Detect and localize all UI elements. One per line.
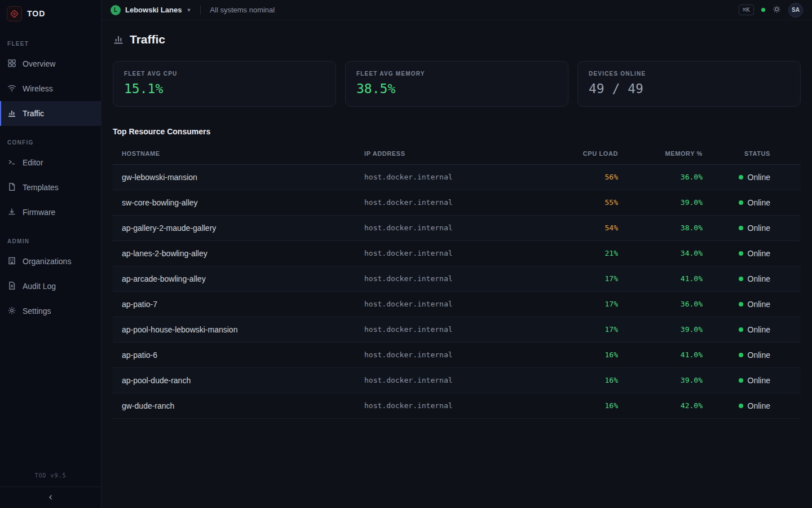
theme-toggle-button[interactable] [773, 5, 781, 15]
sidebar-item-label: Settings [23, 306, 51, 316]
memory-cell: 38.0% [620, 215, 705, 240]
table-row[interactable]: sw-core-bowling-alley host.docker.intern… [113, 190, 801, 215]
sidebar-item-settings[interactable]: Settings [0, 299, 101, 323]
stat-label: FLEET AVG MEMORY [356, 71, 557, 77]
stat-value: 38.5% [356, 81, 557, 96]
brand: TOD [0, 0, 101, 27]
status-label: Online [748, 198, 770, 207]
table-row[interactable]: ap-gallery-2-maude-gallery host.docker.i… [113, 215, 801, 240]
status-cell: Online [705, 215, 801, 240]
online-status-dot [739, 277, 743, 281]
sidebar-item-organizations[interactable]: Organizations [0, 249, 101, 274]
online-status-dot [739, 378, 743, 383]
table-row[interactable]: ap-patio-6 host.docker.internal 16% 41.0… [113, 342, 801, 367]
ip-address-cell: host.docker.internal [355, 190, 539, 215]
status-label: Online [748, 274, 770, 283]
wifi-icon [7, 84, 16, 94]
hostname-cell: ap-patio-7 [113, 291, 355, 317]
status-label: Online [748, 249, 770, 258]
ip-address-cell: host.docker.internal [355, 266, 539, 291]
app-title: TOD [27, 9, 45, 18]
cpu-load-cell: 16% [539, 393, 620, 418]
memory-cell: 41.0% [620, 342, 705, 367]
status-cell: Online [705, 164, 801, 190]
hostname-cell: ap-pool-house-lebowski-mansion [113, 317, 355, 342]
status-cell: Online [705, 266, 801, 291]
hostname-cell: sw-core-bowling-alley [113, 190, 355, 215]
sidebar-item-editor[interactable]: Editor [0, 150, 101, 175]
chevron-down-icon: ▼ [186, 7, 191, 13]
hostname-cell: ap-arcade-bowling-alley [113, 266, 355, 291]
building-icon [7, 256, 16, 267]
sidebar-collapse-button[interactable] [0, 487, 101, 508]
online-status-dot [739, 327, 743, 332]
online-status-dot [739, 404, 743, 408]
table-row[interactable]: gw-lebowski-mansion host.docker.internal… [113, 164, 801, 190]
ip-address-cell: host.docker.internal [355, 393, 539, 418]
online-status-dot [739, 226, 743, 230]
sidebar-item-label: Templates [23, 183, 59, 192]
cpu-load-cell: 17% [539, 317, 620, 342]
stats-row: FLEET AVG CPU 15.1% FLEET AVG MEMORY 38.… [113, 61, 801, 107]
chevron-left-icon [47, 493, 54, 502]
cpu-load-cell: 55% [539, 190, 620, 215]
sidebar-item-audit-log[interactable]: Audit Log [0, 274, 101, 299]
col-ip-address: IP ADDRESS [355, 143, 539, 164]
online-status-dot [739, 251, 743, 256]
hostname-cell: ap-pool-dude-ranch [113, 367, 355, 393]
col-hostname: HOSTNAME [113, 143, 355, 164]
user-avatar[interactable]: SA [788, 3, 803, 17]
online-status-dot [739, 200, 743, 205]
sidebar-item-traffic[interactable]: Traffic [0, 101, 101, 126]
status-cell: Online [705, 367, 801, 393]
ip-address-cell: host.docker.internal [355, 240, 539, 266]
col-status: STATUS [705, 143, 801, 164]
status-label: Online [748, 300, 770, 309]
sidebar-item-label: Traffic [23, 109, 44, 118]
connection-status-dot [761, 8, 765, 12]
topbar: L Lebowski Lanes ▼ All systems nominal ⌘… [102, 0, 812, 20]
online-status-dot [739, 175, 743, 179]
hostname-cell: gw-dude-ranch [113, 393, 355, 418]
sidebar-item-label: Organizations [23, 257, 71, 266]
grid-icon [7, 59, 16, 69]
table-body: gw-lebowski-mansion host.docker.internal… [113, 164, 801, 418]
table-row[interactable]: ap-patio-7 host.docker.internal 17% 36.0… [113, 291, 801, 317]
sidebar-item-overview[interactable]: Overview [0, 51, 101, 76]
memory-cell: 36.0% [620, 164, 705, 190]
sidebar-item-wireless[interactable]: Wireless [0, 76, 101, 101]
status-cell: Online [705, 291, 801, 317]
nav-section-fleet: FLEET [0, 37, 101, 51]
table-title: Top Resource Consumers [113, 127, 801, 136]
top-resource-consumers-table: HOSTNAME IP ADDRESS CPU LOAD MEMORY % ST… [113, 143, 801, 419]
status-cell: Online [705, 190, 801, 215]
table-row[interactable]: gw-dude-ranch host.docker.internal 16% 4… [113, 393, 801, 418]
table-row[interactable]: ap-pool-dude-ranch host.docker.internal … [113, 367, 801, 393]
col-memory: MEMORY % [620, 143, 705, 164]
stat-card-devices-online: DEVICES ONLINE 49 / 49 [577, 61, 801, 107]
status-label: Online [748, 325, 770, 334]
cpu-load-cell: 16% [539, 342, 620, 367]
org-switcher[interactable]: L Lebowski Lanes ▼ [111, 5, 191, 15]
sidebar-item-firmware[interactable]: Firmware [0, 200, 101, 225]
page-content: Traffic FLEET AVG CPU 15.1% FLEET AVG ME… [102, 20, 812, 419]
page-title: Traffic [130, 33, 165, 46]
hostname-cell: ap-patio-6 [113, 342, 355, 367]
memory-cell: 36.0% [620, 291, 705, 317]
table-row[interactable]: ap-pool-house-lebowski-mansion host.dock… [113, 317, 801, 342]
command-palette-shortcut[interactable]: ⌘K [739, 5, 754, 15]
topbar-divider [200, 6, 201, 15]
file-icon [7, 182, 16, 193]
sidebar-nav: FLEET Overview Wireless [0, 27, 101, 472]
online-status-dot [739, 302, 743, 306]
stat-label: FLEET AVG CPU [124, 71, 325, 77]
memory-cell: 39.0% [620, 317, 705, 342]
table-row[interactable]: ap-lanes-2-bowling-alley host.docker.int… [113, 240, 801, 266]
status-cell: Online [705, 240, 801, 266]
sidebar-item-templates[interactable]: Templates [0, 175, 101, 200]
memory-cell: 34.0% [620, 240, 705, 266]
hostname-cell: ap-gallery-2-maude-gallery [113, 215, 355, 240]
status-cell: Online [705, 393, 801, 418]
table-row[interactable]: ap-arcade-bowling-alley host.docker.inte… [113, 266, 801, 291]
cpu-load-cell: 17% [539, 291, 620, 317]
